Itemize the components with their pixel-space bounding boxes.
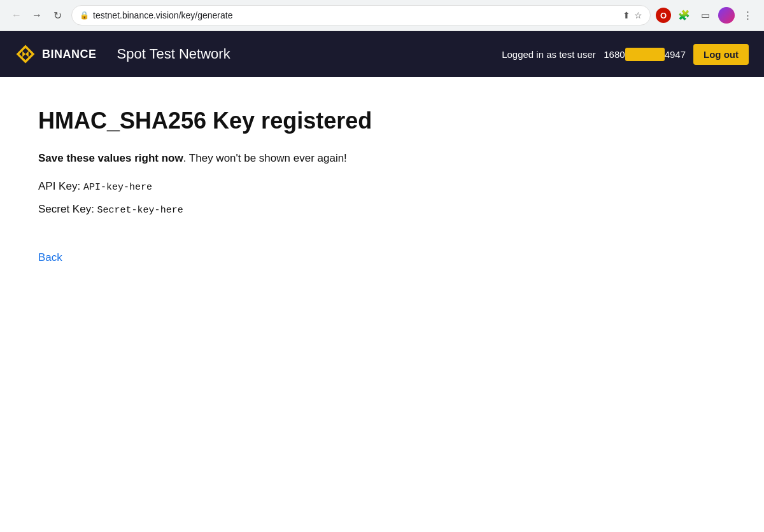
binance-name: BINANCE [42, 48, 97, 61]
user-id-highlight [625, 48, 665, 61]
forward-button[interactable]: → [28, 6, 46, 24]
api-key-value: API-key-here [83, 182, 152, 193]
header-right: Logged in as test user 1680 4947 Log out [502, 44, 749, 65]
save-warning-bold: Save these values right now [38, 152, 183, 164]
logout-button[interactable]: Log out [693, 44, 749, 65]
site-header: BINANCE Spot Test Network Logged in as t… [0, 31, 764, 77]
browser-toolbar: ← → ↻ 🔒 testnet.binance.vision/key/gener… [0, 0, 764, 31]
logged-in-text: Logged in as test user 1680 4947 [502, 49, 686, 60]
url-text: testnet.binance.vision/key/generate [93, 10, 619, 20]
avatar[interactable] [718, 7, 735, 24]
browser-chrome: ← → ↻ 🔒 testnet.binance.vision/key/gener… [0, 0, 764, 31]
api-key-label: API Key: [38, 180, 80, 192]
browser-actions: O 🧩 ▭ ⋮ [656, 6, 756, 24]
main-content: HMAC_SHA256 Key registered Save these va… [0, 77, 764, 295]
more-button[interactable]: ⋮ [739, 6, 756, 24]
nav-buttons: ← → ↻ [8, 6, 66, 24]
api-key-row: API Key: API-key-here [38, 180, 726, 193]
back-link[interactable]: Back [38, 251, 62, 264]
secret-key-value: Secret-key-here [97, 205, 183, 216]
sidebar-button[interactable]: ▭ [697, 6, 714, 24]
binance-logo: BINANCE [15, 44, 97, 64]
back-button[interactable]: ← [8, 6, 25, 24]
secret-key-label: Secret Key: [38, 203, 94, 215]
binance-diamond-icon [15, 44, 36, 64]
lock-icon: 🔒 [80, 11, 89, 20]
address-bar[interactable]: 🔒 testnet.binance.vision/key/generate ⬆ … [71, 5, 651, 25]
save-warning-rest: . They won't be shown ever again! [183, 152, 347, 164]
site-title: Spot Test Network [117, 46, 502, 62]
reload-button[interactable]: ↻ [48, 6, 66, 24]
opera-icon: O [656, 8, 671, 23]
share-icon: ⬆ [623, 10, 630, 20]
star-icon: ☆ [634, 10, 642, 20]
save-warning: Save these values right now. They won't … [38, 152, 726, 165]
profile-pic [718, 7, 735, 24]
page-title: HMAC_SHA256 Key registered [38, 108, 726, 134]
extensions-button[interactable]: 🧩 [675, 6, 693, 24]
secret-key-row: Secret Key: Secret-key-here [38, 203, 726, 216]
